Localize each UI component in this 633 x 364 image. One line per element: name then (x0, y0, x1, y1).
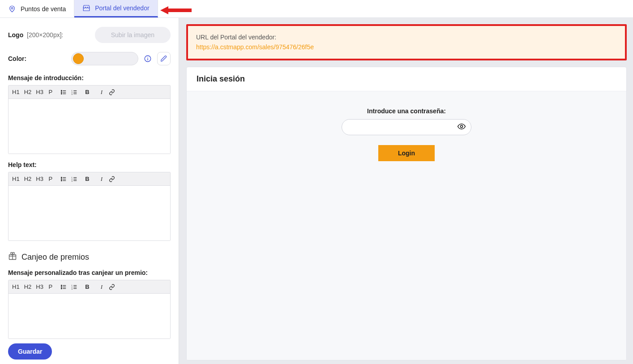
info-icon[interactable] (141, 52, 154, 65)
tab-puntos-de-venta[interactable]: Puntos de venta (0, 0, 74, 17)
gift-icon (8, 252, 17, 263)
bullet-list-button[interactable] (59, 87, 68, 98)
password-input[interactable] (342, 119, 471, 135)
portal-url-label: URL del Portal del vendedor: (196, 32, 617, 42)
logo-size-hint: [200×200px]: (27, 31, 63, 39)
svg-point-5 (61, 90, 62, 91)
intro-editor: H1 H2 H3 P 123 B I (8, 85, 171, 154)
prizes-heading: Canjeo de premios (21, 253, 89, 262)
help-editor-body[interactable] (9, 186, 170, 240)
login-preview: Inicia sesión Introduce una contraseña: … (186, 67, 627, 360)
pin-icon (8, 5, 16, 13)
svg-point-4 (147, 57, 148, 58)
tab-label: Portal del vendedor (95, 4, 149, 12)
svg-text:3: 3 (71, 180, 73, 182)
color-pill[interactable] (71, 52, 138, 65)
tab-label: Puntos de venta (21, 5, 66, 13)
prize-message-label: Mensaje personalizado tras canjear un pr… (8, 269, 171, 276)
svg-point-42 (461, 125, 463, 128)
link-button[interactable] (107, 87, 117, 98)
svg-point-0 (11, 7, 13, 9)
intro-editor-body[interactable] (9, 99, 170, 154)
bold-button[interactable]: B (83, 282, 92, 292)
h2-button[interactable]: H2 (22, 87, 34, 98)
p-button[interactable]: P (46, 174, 55, 184)
italic-button[interactable]: I (97, 87, 106, 98)
intro-message-label: Mensaje de introducción: (8, 74, 171, 81)
bold-button[interactable]: B (83, 87, 92, 98)
h3-button[interactable]: H3 (34, 282, 45, 292)
bullet-list-button[interactable] (59, 282, 68, 292)
eye-icon[interactable] (457, 122, 466, 132)
h2-button[interactable]: H2 (22, 282, 34, 292)
link-button[interactable] (107, 282, 117, 292)
edit-color-button[interactable] (157, 52, 171, 65)
save-button[interactable]: Guardar (8, 343, 52, 360)
password-label: Introduce una contraseña: (367, 107, 446, 115)
italic-button[interactable]: I (97, 282, 106, 292)
numbered-list-button[interactable]: 123 (69, 174, 79, 184)
preview-title: Inicia sesión (187, 67, 626, 91)
svg-point-7 (61, 93, 62, 94)
upload-image-button[interactable]: Subir la imagen (95, 27, 171, 43)
bullet-list-button[interactable] (59, 174, 68, 184)
editor-toolbar: H1 H2 H3 P 123 B I (9, 86, 170, 99)
svg-point-18 (61, 179, 62, 180)
help-editor: H1 H2 H3 P 123 B I (8, 172, 171, 241)
h3-button[interactable]: H3 (34, 174, 45, 184)
portal-url-box: URL del Portal del vendedor: https://a.c… (186, 24, 627, 60)
settings-sidebar: Logo [200×200px]: Subir la imagen Color: (0, 18, 179, 364)
bold-button[interactable]: B (83, 174, 92, 184)
p-button[interactable]: P (46, 282, 55, 292)
italic-button[interactable]: I (97, 174, 106, 184)
editor-toolbar: H1 H2 H3 P 123 B I (9, 280, 170, 294)
storefront-icon (82, 4, 90, 12)
numbered-list-button[interactable]: 123 (69, 282, 79, 292)
svg-point-31 (61, 287, 62, 287)
portal-url-link[interactable]: https://a.cstmapp.com/sales/975476/26f5e (196, 42, 617, 52)
svg-point-32 (61, 288, 62, 289)
h2-button[interactable]: H2 (22, 174, 34, 184)
svg-point-30 (61, 285, 62, 286)
prize-editor-body[interactable] (9, 294, 170, 338)
h1-button[interactable]: H1 (10, 282, 21, 292)
prize-editor: H1 H2 H3 P 123 B I (8, 280, 171, 339)
h3-button[interactable]: H3 (34, 87, 45, 98)
svg-point-19 (61, 180, 62, 181)
numbered-list-button[interactable]: 123 (69, 87, 79, 98)
h1-button[interactable]: H1 (10, 174, 21, 184)
preview-panel: URL del Portal del vendedor: https://a.c… (179, 18, 633, 364)
link-button[interactable] (107, 174, 117, 184)
tab-portal-vendedor[interactable]: Portal del vendedor (74, 0, 158, 17)
svg-text:3: 3 (71, 93, 73, 95)
login-button[interactable]: Login (378, 145, 435, 161)
h1-button[interactable]: H1 (10, 87, 21, 98)
svg-point-6 (61, 92, 62, 93)
color-swatch (73, 53, 84, 64)
svg-text:3: 3 (71, 287, 73, 290)
color-label: Color: (8, 55, 26, 62)
tabs-bar: Puntos de venta Portal del vendedor (0, 0, 633, 18)
p-button[interactable]: P (46, 87, 55, 98)
editor-toolbar: H1 H2 H3 P 123 B I (9, 172, 170, 186)
svg-point-17 (61, 177, 62, 178)
help-text-label: Help text: (8, 161, 171, 168)
logo-label: Logo (8, 31, 23, 39)
